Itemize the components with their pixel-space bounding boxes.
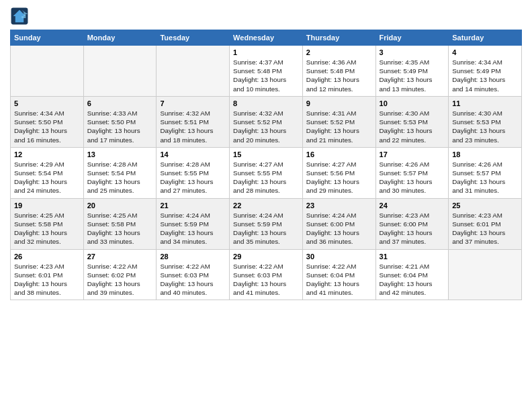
- calendar-cell: 29Sunrise: 4:22 AM Sunset: 6:03 PM Dayli…: [230, 249, 303, 300]
- day-info: Sunrise: 4:28 AM Sunset: 5:55 PM Dayligh…: [160, 160, 226, 195]
- calendar-cell: 12Sunrise: 4:29 AM Sunset: 5:54 PM Dayli…: [11, 147, 84, 198]
- day-number: 26: [14, 253, 80, 261]
- calendar-cell: 18Sunrise: 4:26 AM Sunset: 5:57 PM Dayli…: [449, 147, 522, 198]
- day-info: Sunrise: 4:23 AM Sunset: 6:01 PM Dayligh…: [452, 211, 518, 246]
- calendar-cell: 21Sunrise: 4:24 AM Sunset: 5:59 PM Dayli…: [157, 198, 230, 249]
- day-number: 9: [306, 99, 372, 107]
- day-number: 21: [160, 201, 226, 210]
- day-info: Sunrise: 4:24 AM Sunset: 5:59 PM Dayligh…: [160, 211, 226, 246]
- calendar-cell: 27Sunrise: 4:22 AM Sunset: 6:02 PM Dayli…: [83, 249, 157, 300]
- calendar-cell: 30Sunrise: 4:22 AM Sunset: 6:04 PM Dayli…: [302, 249, 375, 300]
- day-number: 6: [87, 99, 153, 107]
- calendar-cell: [157, 46, 230, 97]
- day-info: Sunrise: 4:27 AM Sunset: 5:55 PM Dayligh…: [233, 160, 299, 195]
- calendar-cell: 7Sunrise: 4:32 AM Sunset: 5:51 PM Daylig…: [157, 96, 230, 147]
- calendar-cell: 3Sunrise: 4:35 AM Sunset: 5:49 PM Daylig…: [375, 46, 449, 97]
- day-info: Sunrise: 4:28 AM Sunset: 5:54 PM Dayligh…: [87, 160, 153, 195]
- calendar-cell: [11, 46, 84, 97]
- logo-icon: [10, 7, 29, 26]
- day-info: Sunrise: 4:30 AM Sunset: 5:53 PM Dayligh…: [452, 109, 518, 144]
- day-number: 29: [233, 253, 299, 261]
- calendar-cell: 4Sunrise: 4:34 AM Sunset: 5:49 PM Daylig…: [449, 46, 522, 97]
- calendar-cell: 5Sunrise: 4:34 AM Sunset: 5:50 PM Daylig…: [11, 96, 84, 147]
- week-row-4: 19Sunrise: 4:25 AM Sunset: 5:58 PM Dayli…: [11, 198, 522, 249]
- day-number: 10: [380, 99, 445, 107]
- calendar-table: SundayMondayTuesdayWednesdayThursdayFrid…: [10, 30, 522, 300]
- day-info: Sunrise: 4:37 AM Sunset: 5:48 PM Dayligh…: [233, 58, 299, 93]
- header: [10, 7, 522, 26]
- day-header-thursday: Thursday: [302, 30, 375, 46]
- calendar-cell: 10Sunrise: 4:30 AM Sunset: 5:53 PM Dayli…: [375, 96, 449, 147]
- day-info: Sunrise: 4:34 AM Sunset: 5:49 PM Dayligh…: [452, 58, 518, 93]
- day-number: 31: [380, 253, 445, 261]
- week-row-5: 26Sunrise: 4:23 AM Sunset: 6:01 PM Dayli…: [11, 249, 522, 300]
- day-number: 19: [14, 201, 80, 210]
- day-number: 25: [452, 201, 518, 210]
- day-info: Sunrise: 4:35 AM Sunset: 5:49 PM Dayligh…: [380, 58, 445, 93]
- day-number: 5: [14, 99, 80, 107]
- day-header-sunday: Sunday: [11, 30, 84, 46]
- day-info: Sunrise: 4:23 AM Sunset: 6:00 PM Dayligh…: [380, 211, 445, 246]
- calendar-cell: 25Sunrise: 4:23 AM Sunset: 6:01 PM Dayli…: [449, 198, 522, 249]
- day-header-monday: Monday: [83, 30, 157, 46]
- day-number: 24: [380, 201, 445, 210]
- week-row-1: 1Sunrise: 4:37 AM Sunset: 5:48 PM Daylig…: [11, 46, 522, 97]
- day-number: 1: [233, 48, 299, 56]
- calendar-cell: 6Sunrise: 4:33 AM Sunset: 5:50 PM Daylig…: [83, 96, 157, 147]
- day-info: Sunrise: 4:32 AM Sunset: 5:51 PM Dayligh…: [160, 109, 226, 144]
- day-number: 12: [14, 150, 80, 158]
- day-number: 22: [233, 201, 299, 210]
- day-number: 7: [160, 99, 226, 107]
- day-number: 27: [87, 253, 153, 261]
- page: SundayMondayTuesdayWednesdayThursdayFrid…: [0, 0, 532, 411]
- day-info: Sunrise: 4:29 AM Sunset: 5:54 PM Dayligh…: [14, 160, 80, 195]
- day-info: Sunrise: 4:24 AM Sunset: 5:59 PM Dayligh…: [233, 211, 299, 246]
- day-info: Sunrise: 4:32 AM Sunset: 5:52 PM Dayligh…: [233, 109, 299, 144]
- day-number: 4: [452, 48, 518, 56]
- day-info: Sunrise: 4:36 AM Sunset: 5:48 PM Dayligh…: [306, 58, 372, 93]
- calendar-cell: 17Sunrise: 4:26 AM Sunset: 5:57 PM Dayli…: [375, 147, 449, 198]
- day-number: 30: [306, 253, 372, 261]
- day-number: 14: [160, 150, 226, 158]
- calendar-cell: 8Sunrise: 4:32 AM Sunset: 5:52 PM Daylig…: [230, 96, 303, 147]
- day-number: 16: [306, 150, 372, 158]
- day-number: 17: [380, 150, 445, 158]
- day-number: 18: [452, 150, 518, 158]
- day-info: Sunrise: 4:33 AM Sunset: 5:50 PM Dayligh…: [87, 109, 153, 144]
- calendar-cell: 9Sunrise: 4:31 AM Sunset: 5:52 PM Daylig…: [302, 96, 375, 147]
- header-row: SundayMondayTuesdayWednesdayThursdayFrid…: [11, 30, 522, 46]
- day-info: Sunrise: 4:24 AM Sunset: 6:00 PM Dayligh…: [306, 211, 372, 246]
- calendar-cell: 14Sunrise: 4:28 AM Sunset: 5:55 PM Dayli…: [157, 147, 230, 198]
- day-info: Sunrise: 4:27 AM Sunset: 5:56 PM Dayligh…: [306, 160, 372, 195]
- calendar-cell: 11Sunrise: 4:30 AM Sunset: 5:53 PM Dayli…: [449, 96, 522, 147]
- calendar-cell: 1Sunrise: 4:37 AM Sunset: 5:48 PM Daylig…: [230, 46, 303, 97]
- calendar-cell: 24Sunrise: 4:23 AM Sunset: 6:00 PM Dayli…: [375, 198, 449, 249]
- calendar-cell: 2Sunrise: 4:36 AM Sunset: 5:48 PM Daylig…: [302, 46, 375, 97]
- logo: [10, 7, 32, 26]
- week-row-2: 5Sunrise: 4:34 AM Sunset: 5:50 PM Daylig…: [11, 96, 522, 147]
- day-info: Sunrise: 4:23 AM Sunset: 6:01 PM Dayligh…: [14, 262, 80, 298]
- calendar-cell: 20Sunrise: 4:25 AM Sunset: 5:58 PM Dayli…: [83, 198, 157, 249]
- day-header-friday: Friday: [375, 30, 449, 46]
- day-info: Sunrise: 4:25 AM Sunset: 5:58 PM Dayligh…: [87, 211, 153, 246]
- calendar-cell: [83, 46, 157, 97]
- calendar-cell: 19Sunrise: 4:25 AM Sunset: 5:58 PM Dayli…: [11, 198, 84, 249]
- day-number: 15: [233, 150, 299, 158]
- day-header-wednesday: Wednesday: [230, 30, 303, 46]
- day-info: Sunrise: 4:22 AM Sunset: 6:03 PM Dayligh…: [233, 262, 299, 298]
- day-info: Sunrise: 4:30 AM Sunset: 5:53 PM Dayligh…: [380, 109, 445, 144]
- week-row-3: 12Sunrise: 4:29 AM Sunset: 5:54 PM Dayli…: [11, 147, 522, 198]
- day-info: Sunrise: 4:31 AM Sunset: 5:52 PM Dayligh…: [306, 109, 372, 144]
- day-info: Sunrise: 4:22 AM Sunset: 6:02 PM Dayligh…: [87, 262, 153, 298]
- day-info: Sunrise: 4:22 AM Sunset: 6:03 PM Dayligh…: [160, 262, 226, 298]
- calendar-cell: 22Sunrise: 4:24 AM Sunset: 5:59 PM Dayli…: [230, 198, 303, 249]
- calendar-cell: 13Sunrise: 4:28 AM Sunset: 5:54 PM Dayli…: [83, 147, 157, 198]
- day-number: 8: [233, 99, 299, 107]
- calendar-cell: 28Sunrise: 4:22 AM Sunset: 6:03 PM Dayli…: [157, 249, 230, 300]
- day-info: Sunrise: 4:25 AM Sunset: 5:58 PM Dayligh…: [14, 211, 80, 246]
- day-info: Sunrise: 4:34 AM Sunset: 5:50 PM Dayligh…: [14, 109, 80, 144]
- calendar-cell: 31Sunrise: 4:21 AM Sunset: 6:04 PM Dayli…: [375, 249, 449, 300]
- calendar-cell: 26Sunrise: 4:23 AM Sunset: 6:01 PM Dayli…: [11, 249, 84, 300]
- day-info: Sunrise: 4:22 AM Sunset: 6:04 PM Dayligh…: [306, 262, 372, 298]
- calendar-cell: 15Sunrise: 4:27 AM Sunset: 5:55 PM Dayli…: [230, 147, 303, 198]
